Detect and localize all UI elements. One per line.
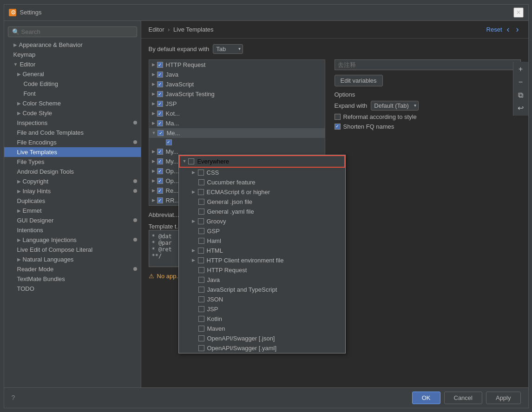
dropdown-item-ecmascript[interactable]: ▶ ECMAScript 6 or higher bbox=[179, 187, 345, 197]
item-checkbox[interactable] bbox=[198, 326, 204, 332]
remove-button[interactable]: − bbox=[515, 77, 526, 88]
sidebar-item-code-style[interactable]: ▶ Code Style bbox=[4, 108, 141, 118]
item-checkbox[interactable] bbox=[198, 306, 204, 312]
sidebar-item-natural-languages[interactable]: ▶ Natural Languages bbox=[4, 255, 141, 264]
dropdown-item-css[interactable]: ▶ CSS bbox=[179, 168, 345, 177]
dropdown-item-jsp2[interactable]: JSP bbox=[179, 304, 345, 314]
item-checkbox[interactable] bbox=[198, 257, 204, 263]
sidebar-item-file-code-templates[interactable]: File and Code Templates bbox=[4, 128, 141, 137]
sidebar-item-todo[interactable]: TODO bbox=[4, 284, 141, 294]
item-checkbox[interactable] bbox=[198, 209, 204, 215]
dropdown-item-kotlin[interactable]: Kotlin bbox=[179, 314, 345, 324]
reformat-checkbox[interactable] bbox=[335, 114, 341, 120]
dropdown-header[interactable]: ▼ Everywhere bbox=[179, 155, 345, 168]
dropdown-item-json[interactable]: JSON bbox=[179, 294, 345, 304]
group-javascript-testing[interactable]: ▶ JavaScript Testing bbox=[149, 89, 325, 99]
item-checkbox[interactable] bbox=[198, 238, 204, 244]
item-checkbox[interactable] bbox=[198, 248, 204, 254]
group-checkbox[interactable] bbox=[157, 197, 163, 203]
close-button[interactable]: × bbox=[513, 7, 523, 18]
sidebar-item-inspections[interactable]: Inspections bbox=[4, 118, 141, 128]
group-checkbox[interactable] bbox=[157, 120, 163, 126]
expand-with-select[interactable]: Tab Enter Space bbox=[213, 44, 243, 54]
group-checkbox[interactable] bbox=[157, 101, 163, 107]
group-jsp[interactable]: ▶ JSP bbox=[149, 99, 325, 109]
copy-button[interactable]: ⧉ bbox=[515, 90, 526, 101]
item-checkbox[interactable] bbox=[198, 228, 204, 234]
dropdown-item-openapi-yaml[interactable]: OpenAPI/Swagger [.yaml] bbox=[179, 343, 345, 353]
sidebar-item-live-templates[interactable]: Live Templates bbox=[4, 147, 141, 157]
group-ma[interactable]: ▶ Ma... bbox=[149, 118, 325, 128]
ok-button[interactable]: OK bbox=[412, 392, 440, 404]
item-checkbox[interactable] bbox=[198, 199, 204, 205]
sidebar-item-emmet[interactable]: ▶ Emmet bbox=[4, 206, 141, 216]
reset-button[interactable]: Reset bbox=[486, 26, 502, 33]
search-input[interactable] bbox=[21, 28, 133, 35]
group-checkbox[interactable] bbox=[157, 81, 163, 87]
forward-button[interactable]: › bbox=[514, 25, 521, 34]
group-checkbox[interactable] bbox=[157, 158, 163, 164]
group-checkbox[interactable] bbox=[157, 188, 163, 194]
group-checkbox[interactable] bbox=[157, 91, 163, 97]
group-checkbox[interactable] bbox=[157, 62, 163, 68]
sidebar-item-file-types[interactable]: File Types bbox=[4, 157, 141, 167]
group-checkbox[interactable] bbox=[157, 149, 163, 155]
dropdown-item-java[interactable]: Java bbox=[179, 275, 345, 285]
shorten-fq-checkbox[interactable] bbox=[335, 124, 341, 130]
item-checkbox[interactable] bbox=[198, 296, 204, 302]
sidebar-item-copyright[interactable]: ▶ Copyright bbox=[4, 177, 141, 186]
item-checkbox[interactable] bbox=[198, 277, 204, 283]
item-checkbox[interactable] bbox=[198, 316, 204, 322]
dropdown-item-cucumber[interactable]: Cucumber feature bbox=[179, 177, 345, 187]
add-button[interactable]: + bbox=[515, 64, 526, 75]
item-checkbox[interactable] bbox=[198, 267, 204, 273]
help-button[interactable]: ? bbox=[12, 394, 15, 401]
item-checkbox[interactable] bbox=[198, 189, 204, 195]
item-checkbox[interactable] bbox=[198, 218, 204, 224]
sidebar-item-editor[interactable]: ▼ Editor bbox=[4, 59, 141, 69]
search-box[interactable]: 🔍 bbox=[8, 26, 137, 37]
sidebar-item-font[interactable]: Font bbox=[4, 89, 141, 98]
group-me[interactable]: ▼ Me... bbox=[149, 128, 325, 138]
group-checkbox[interactable] bbox=[157, 168, 163, 174]
group-checkbox[interactable] bbox=[157, 111, 163, 117]
template-item[interactable]: ✓ bbox=[149, 138, 325, 147]
group-http-request[interactable]: ▶ HTTP Request bbox=[149, 60, 325, 70]
dropdown-item-maven[interactable]: Maven bbox=[179, 324, 345, 334]
sidebar-item-color-scheme[interactable]: ▶ Color Scheme bbox=[4, 98, 141, 108]
item-checkbox[interactable] bbox=[198, 170, 204, 176]
dropdown-item-html[interactable]: ▶ HTML bbox=[179, 246, 345, 255]
apply-button[interactable]: Apply bbox=[486, 392, 521, 404]
sidebar-item-code-editing[interactable]: Code Editing bbox=[4, 79, 141, 89]
dropdown-item-openapi-json[interactable]: OpenAPI/Swagger [.json] bbox=[179, 334, 345, 343]
sidebar-item-language-injections[interactable]: ▶ Language Injections bbox=[4, 235, 141, 245]
sidebar-item-appearance[interactable]: ▶ Appearance & Behavior bbox=[4, 40, 141, 50]
sidebar-item-intentions[interactable]: Intentions bbox=[4, 225, 141, 235]
sidebar-item-keymap[interactable]: Keymap bbox=[4, 50, 141, 59]
dropdown-item-http-request[interactable]: HTTP Request bbox=[179, 265, 345, 275]
group-checkbox[interactable] bbox=[157, 72, 163, 78]
item-checkbox[interactable] bbox=[198, 335, 204, 341]
sidebar-item-general[interactable]: ▶ General bbox=[4, 69, 141, 79]
dropdown-item-general-json[interactable]: General .json file bbox=[179, 197, 345, 207]
item-checkbox[interactable] bbox=[198, 179, 204, 185]
sidebar-item-live-edit-compose[interactable]: Live Edit of Compose Literal bbox=[4, 245, 141, 255]
everywhere-checkbox[interactable] bbox=[188, 158, 194, 164]
sidebar-item-textmate-bundles[interactable]: TextMate Bundles bbox=[4, 274, 141, 284]
group-javascript[interactable]: ▶ JavaScript bbox=[149, 79, 325, 89]
sidebar-item-reader-mode[interactable]: Reader Mode bbox=[4, 264, 141, 274]
dropdown-item-groovy[interactable]: ▶ Groovy bbox=[179, 216, 345, 226]
sidebar-item-file-encodings[interactable]: File Encodings bbox=[4, 137, 141, 147]
cancel-button[interactable]: Cancel bbox=[444, 392, 482, 404]
edit-variables-button[interactable]: Edit variables bbox=[335, 75, 383, 86]
sidebar-item-inlay-hints[interactable]: ▶ Inlay Hints bbox=[4, 186, 141, 196]
dropdown-item-js-ts[interactable]: JavaScript and TypeScript bbox=[179, 285, 345, 294]
item-checkbox[interactable]: ✓ bbox=[166, 139, 172, 145]
item-checkbox[interactable] bbox=[198, 345, 204, 351]
group-checkbox[interactable] bbox=[157, 178, 163, 184]
item-checkbox[interactable] bbox=[198, 287, 204, 293]
sidebar-item-gui-designer[interactable]: GUI Designer bbox=[4, 216, 141, 225]
expand-with-option-select[interactable]: Default (Tab) Tab Enter Space bbox=[371, 101, 419, 111]
description-input[interactable] bbox=[335, 59, 521, 70]
dropdown-item-http-client-env[interactable]: ▶ HTTP Client environment file bbox=[179, 255, 345, 265]
